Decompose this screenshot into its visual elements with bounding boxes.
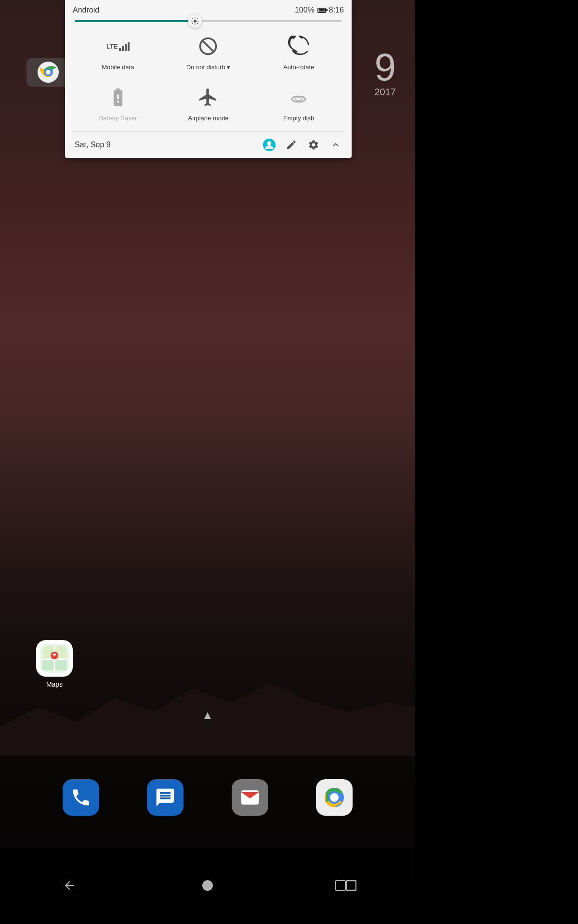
tile-empty-dish[interactable]: Empty dish: [270, 85, 328, 122]
quick-settings-panel: Android 100% 8:16: [65, 0, 352, 158]
tile-do-not-disturb[interactable]: Do not disturb ▾: [179, 34, 237, 71]
auto-rotate-icon: [288, 36, 309, 57]
empty-dish-label: Empty dish: [283, 115, 314, 122]
empty-dish-icon: [288, 87, 309, 108]
svg-rect-32: [346, 881, 356, 890]
tile-battery-saver[interactable]: Battery Saver: [89, 85, 147, 122]
mobile-data-icon-wrap: LTE: [105, 34, 131, 59]
phone-svg-icon: [70, 787, 92, 808]
recents-button[interactable]: [334, 873, 358, 898]
dock: [0, 779, 415, 816]
edit-icon[interactable]: [285, 139, 298, 151]
dock-gmail-icon[interactable]: [232, 779, 268, 816]
brightness-fill: [75, 20, 195, 22]
settings-icon[interactable]: [307, 139, 320, 151]
back-icon: [63, 879, 76, 892]
svg-point-29: [330, 793, 339, 802]
tiles-row-1: LTE Mobile data Do not disturb ▾: [65, 30, 352, 81]
do-not-disturb-label: Do not disturb ▾: [186, 64, 231, 71]
brightness-row[interactable]: [65, 18, 352, 30]
footer-date: Sat, Sep 9: [75, 141, 111, 149]
app-drawer-arrow[interactable]: ▲: [202, 708, 213, 722]
mobile-data-label: Mobile data: [102, 64, 134, 71]
recents-icon: [335, 880, 346, 891]
svg-point-16: [267, 141, 272, 146]
maps-icon: [36, 640, 73, 677]
footer-bar: Sat, Sep 9: [65, 132, 352, 158]
svg-line-11: [197, 18, 198, 19]
maps-app[interactable]: Maps: [36, 640, 73, 688]
svg-point-30: [202, 880, 213, 891]
airplane-mode-icon: [197, 87, 219, 108]
dock-phone-icon[interactable]: [63, 779, 99, 816]
empty-dish-icon-wrap: [286, 85, 311, 110]
account-svg-icon: [263, 138, 276, 152]
brightness-sun-icon: [191, 17, 199, 26]
clock: 8:16: [329, 6, 344, 14]
status-bar-right: 100% 8:16: [295, 6, 344, 14]
battery-saver-label: Battery Saver: [99, 115, 137, 122]
gmail-svg-icon: [239, 787, 261, 808]
footer-icons: [263, 139, 342, 151]
status-bar: Android 100% 8:16: [65, 0, 352, 18]
svg-line-9: [192, 18, 193, 19]
chrome-icon-bg[interactable]: [26, 58, 70, 87]
day-number: 9: [375, 48, 396, 87]
collapse-icon[interactable]: [329, 139, 342, 151]
dock-messages-icon[interactable]: [147, 779, 184, 816]
battery-icon: [317, 8, 326, 13]
brightness-thumb[interactable]: [188, 14, 202, 28]
svg-line-10: [197, 23, 198, 24]
svg-point-3: [46, 70, 51, 75]
svg-point-4: [194, 20, 197, 23]
year-display: 2017: [375, 87, 396, 98]
dock-chrome-icon[interactable]: [316, 779, 353, 816]
svg-rect-31: [336, 881, 345, 890]
lte-signal-icon: LTE: [106, 41, 130, 51]
battery-percent: 100%: [295, 6, 315, 14]
nav-bar: [0, 847, 415, 924]
back-button[interactable]: [57, 873, 81, 898]
battery-saver-icon: [107, 87, 129, 108]
messages-svg-icon: [155, 787, 176, 808]
chrome-small-icon: [38, 62, 59, 83]
do-not-disturb-icon: [197, 36, 219, 57]
auto-rotate-icon-wrap: [286, 34, 311, 59]
do-not-disturb-icon-wrap: [196, 34, 221, 59]
airplane-mode-icon-wrap: [196, 85, 221, 110]
maps-label: Maps: [46, 680, 63, 688]
svg-point-13: [292, 96, 305, 102]
airplane-mode-label: Airplane mode: [188, 115, 229, 122]
svg-line-12: [192, 23, 193, 24]
edit-svg-icon: [286, 139, 297, 151]
date-display: 9 2017: [375, 48, 396, 98]
brightness-slider[interactable]: [75, 20, 342, 22]
chevron-up-icon: [330, 139, 342, 151]
android-label: Android: [73, 6, 99, 14]
account-icon[interactable]: [263, 139, 276, 151]
tiles-row-2: Battery Saver Airplane mode Empty dish: [65, 81, 352, 132]
signal-bars: [119, 41, 130, 51]
recents-svg-icon: [346, 880, 356, 891]
maps-svg-icon: [40, 644, 69, 673]
auto-rotate-label: Auto-rotate: [283, 64, 314, 71]
tile-mobile-data[interactable]: LTE Mobile data: [89, 34, 147, 71]
settings-svg-icon: [308, 139, 319, 151]
svg-point-14: [295, 98, 302, 101]
home-icon: [202, 880, 213, 891]
home-button[interactable]: [196, 873, 220, 898]
tile-airplane-mode[interactable]: Airplane mode: [179, 85, 237, 122]
tile-auto-rotate[interactable]: Auto-rotate: [270, 34, 328, 71]
battery-saver-icon-wrap: [105, 85, 131, 110]
chrome-svg-icon: [320, 783, 349, 812]
